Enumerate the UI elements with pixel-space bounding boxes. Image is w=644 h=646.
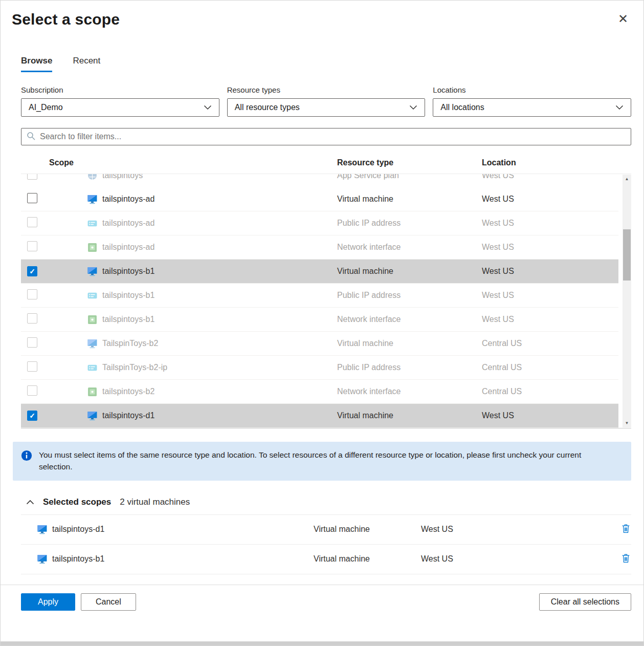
checkbox-cell: ✓ [21, 289, 87, 302]
table-row[interactable]: ✓ TailspinToys-b2 Virtual machine Centra… [21, 332, 618, 356]
network-interface-icon [87, 387, 97, 397]
row-checkbox[interactable]: ✓ [27, 217, 37, 227]
resource-type-cell: Virtual machine [337, 267, 482, 276]
scope-name: tailspintoys-ad [102, 219, 154, 228]
location-cell: West US [482, 243, 618, 252]
checkbox-cell: ✓ [21, 361, 87, 374]
scope-cell: tailspintoys [87, 174, 337, 180]
location-cell: West US [482, 267, 618, 276]
info-banner-text: You must select items of the same resour… [39, 449, 617, 473]
public-ip-address-icon [87, 291, 97, 300]
delete-icon[interactable] [620, 552, 631, 566]
resource-type-cell: Virtual machine [337, 411, 482, 420]
table-header: Scope Resource type Location [21, 152, 631, 174]
search-icon [27, 132, 35, 142]
table-row[interactable]: ✓ tailspintoys-ad Public IP address West… [21, 211, 618, 235]
scrollbar-up-arrow[interactable]: ▲ [623, 175, 631, 183]
row-checkbox[interactable]: ✓ [27, 337, 37, 348]
table-row[interactable]: ✓ TailspinToys-b2-ip Public IP address C… [21, 356, 618, 380]
scope-cell: tailspintoys-d1 [87, 411, 337, 421]
table-row[interactable]: ✓ tailspintoys App Service plan West US [21, 174, 618, 187]
row-checkbox[interactable]: ✓ [27, 385, 37, 396]
delete-icon[interactable] [620, 523, 631, 536]
scope-name: tailspintoys-b1 [102, 315, 154, 324]
table-row[interactable]: ✓ tailspintoys-b1 Network interface West… [21, 308, 618, 332]
tab-browse[interactable]: Browse [21, 56, 52, 72]
search-input[interactable] [40, 132, 626, 141]
resource-type-cell: Virtual machine [337, 195, 482, 204]
row-checkbox[interactable]: ✓ [27, 174, 37, 180]
location-cell: West US [482, 411, 618, 420]
scope-name: TailspinToys-b2-ip [102, 363, 167, 372]
subscription-filter: Subscription AI_Demo [21, 85, 219, 117]
selected-resource-type: Virtual machine [314, 525, 421, 534]
public-ip-address-icon [87, 363, 97, 373]
dialog-footer: Apply Cancel Clear all selections [1, 585, 643, 611]
locations-label: Locations [433, 85, 631, 94]
filter-bar: Subscription AI_Demo Resource types All … [21, 85, 631, 117]
apply-button[interactable]: Apply [21, 593, 75, 611]
scope-table-body: ✓ tailspintoys-ad Virtual machine West U… [21, 187, 618, 428]
tab-recent[interactable]: Recent [73, 56, 100, 72]
scrollbar-down-arrow[interactable]: ▼ [623, 419, 631, 427]
resource-type-cell: App Service plan [337, 174, 482, 180]
row-checkbox[interactable]: ✓ [27, 361, 37, 372]
scrollbar-thumb[interactable] [623, 229, 631, 281]
scrollbar-track[interactable] [623, 183, 631, 419]
scope-name: tailspintoys-ad [102, 195, 154, 204]
location-cell: Central US [482, 387, 618, 396]
resource-types-dropdown[interactable]: All resource types [227, 98, 426, 117]
resource-type-cell: Public IP address [337, 291, 482, 300]
selected-scope-cell: tailspintoys-d1 [37, 525, 314, 534]
checkbox-cell: ✓ [21, 266, 87, 276]
table-row[interactable]: ✓ tailspintoys-ad Virtual machine West U… [21, 187, 618, 211]
table-row[interactable]: ✓ tailspintoys-d1 Virtual machine West U… [21, 404, 618, 428]
scope-cell: TailspinToys-b2 [87, 339, 337, 349]
table-row[interactable]: ✓ tailspintoys-b1 Public IP address West… [21, 284, 618, 308]
checkbox-cell: ✓ [21, 411, 87, 421]
row-checkbox[interactable]: ✓ [27, 241, 37, 251]
locations-dropdown[interactable]: All locations [433, 98, 631, 117]
row-checkbox[interactable]: ✓ [27, 266, 37, 276]
resource-type-cell: Network interface [337, 315, 482, 324]
location-cell: Central US [482, 363, 618, 372]
resource-type-cell: Virtual machine [337, 339, 482, 348]
location-cell: West US [482, 291, 618, 300]
selected-location: West US [421, 554, 611, 564]
checkbox-cell: ✓ [21, 337, 87, 350]
resource-type-cell: Public IP address [337, 219, 482, 228]
scope-cell: tailspintoys-ad [87, 219, 337, 228]
checkbox-cell: ✓ [21, 241, 87, 253]
page-bottom-scrollbar[interactable] [1, 641, 643, 645]
scope-cell: tailspintoys-b1 [87, 315, 337, 325]
selected-location: West US [421, 525, 611, 534]
network-interface-icon [87, 315, 97, 325]
network-interface-icon [87, 243, 97, 252]
resource-types-filter: Resource types All resource types [227, 85, 426, 117]
table-scrollbar[interactable]: ▲ ▼ [623, 175, 631, 427]
selected-scope-name: tailspintoys-b1 [52, 554, 104, 564]
row-checkbox[interactable]: ✓ [27, 289, 37, 299]
virtual-machine-icon [87, 339, 97, 349]
subscription-dropdown[interactable]: AI_Demo [21, 98, 219, 117]
resource-type-cell: Network interface [337, 243, 482, 252]
table-row[interactable]: ✓ tailspintoys-b1 Virtual machine West U… [21, 260, 618, 284]
row-checkbox[interactable]: ✓ [27, 193, 37, 203]
scope-cell: tailspintoys-b1 [87, 267, 337, 276]
cancel-button[interactable]: Cancel [81, 593, 136, 611]
table-row[interactable]: ✓ tailspintoys-b2 Network interface Cent… [21, 380, 618, 404]
virtual-machine-icon [37, 525, 47, 534]
row-checkbox[interactable]: ✓ [27, 411, 37, 421]
clear-all-selections-button[interactable]: Clear all selections [539, 593, 631, 611]
search-box[interactable] [21, 128, 631, 145]
scope-cell: tailspintoys-ad [87, 195, 337, 204]
row-checkbox[interactable]: ✓ [27, 313, 37, 324]
scope-table-rows: ✓ tailspintoys App Service plan West US … [21, 174, 618, 428]
chevron-down-icon [409, 103, 417, 112]
table-row[interactable]: ✓ tailspintoys-ad Network interface West… [21, 235, 618, 260]
scope-name: tailspintoys-b1 [102, 267, 154, 276]
scope-cell: tailspintoys-b2 [87, 387, 337, 397]
chevron-up-icon[interactable] [25, 499, 35, 506]
close-icon[interactable]: ✕ [618, 13, 628, 25]
resource-type-cell: Network interface [337, 387, 482, 396]
